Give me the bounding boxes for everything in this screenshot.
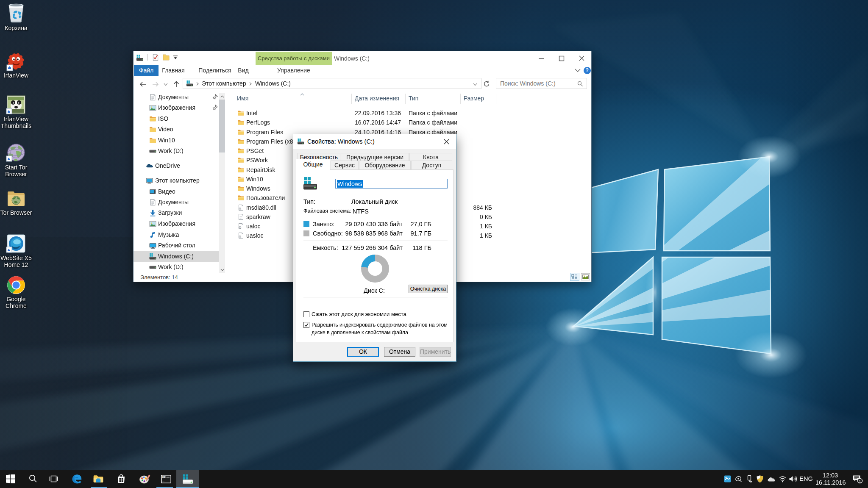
svg-text:C:\: C:\: [163, 476, 167, 478]
svg-text:1: 1: [859, 479, 861, 483]
